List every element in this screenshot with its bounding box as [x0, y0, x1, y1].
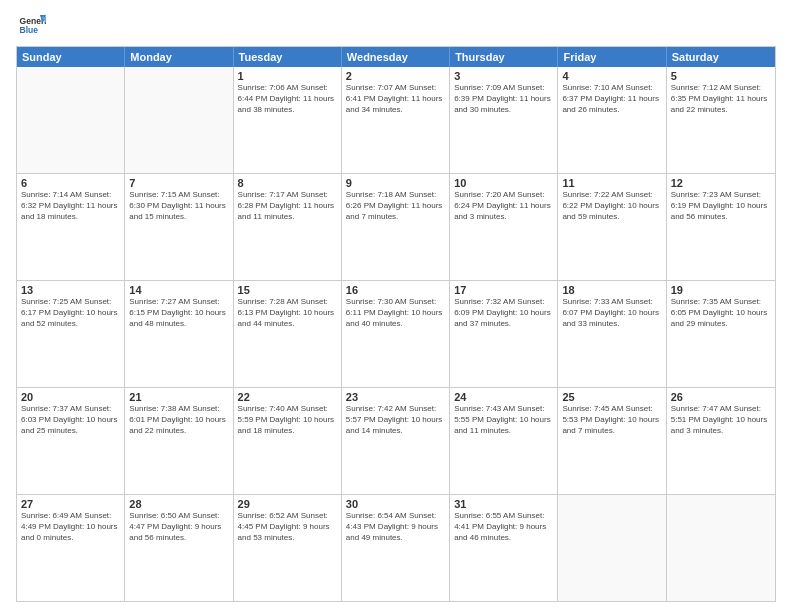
day-info: Sunrise: 7:35 AM Sunset: 6:05 PM Dayligh… [671, 297, 771, 329]
calendar-cell: 17Sunrise: 7:32 AM Sunset: 6:09 PM Dayli… [450, 281, 558, 387]
weekday-header-thursday: Thursday [450, 47, 558, 67]
day-number: 20 [21, 391, 120, 403]
day-number: 19 [671, 284, 771, 296]
page: General Blue SundayMondayTuesdayWednesda… [0, 0, 792, 612]
day-number: 9 [346, 177, 445, 189]
day-number: 29 [238, 498, 337, 510]
calendar-cell: 14Sunrise: 7:27 AM Sunset: 6:15 PM Dayli… [125, 281, 233, 387]
day-number: 3 [454, 70, 553, 82]
day-number: 26 [671, 391, 771, 403]
day-info: Sunrise: 7:15 AM Sunset: 6:30 PM Dayligh… [129, 190, 228, 222]
calendar-cell: 25Sunrise: 7:45 AM Sunset: 5:53 PM Dayli… [558, 388, 666, 494]
logo: General Blue [16, 12, 46, 40]
day-info: Sunrise: 6:52 AM Sunset: 4:45 PM Dayligh… [238, 511, 337, 543]
day-number: 5 [671, 70, 771, 82]
day-info: Sunrise: 7:37 AM Sunset: 6:03 PM Dayligh… [21, 404, 120, 436]
day-info: Sunrise: 7:18 AM Sunset: 6:26 PM Dayligh… [346, 190, 445, 222]
day-info: Sunrise: 7:09 AM Sunset: 6:39 PM Dayligh… [454, 83, 553, 115]
calendar-cell: 30Sunrise: 6:54 AM Sunset: 4:43 PM Dayli… [342, 495, 450, 601]
calendar-cell: 19Sunrise: 7:35 AM Sunset: 6:05 PM Dayli… [667, 281, 775, 387]
calendar-cell: 8Sunrise: 7:17 AM Sunset: 6:28 PM Daylig… [234, 174, 342, 280]
calendar-cell: 13Sunrise: 7:25 AM Sunset: 6:17 PM Dayli… [17, 281, 125, 387]
day-number: 12 [671, 177, 771, 189]
day-number: 21 [129, 391, 228, 403]
day-info: Sunrise: 7:33 AM Sunset: 6:07 PM Dayligh… [562, 297, 661, 329]
day-info: Sunrise: 7:47 AM Sunset: 5:51 PM Dayligh… [671, 404, 771, 436]
day-info: Sunrise: 7:43 AM Sunset: 5:55 PM Dayligh… [454, 404, 553, 436]
day-number: 25 [562, 391, 661, 403]
day-number: 15 [238, 284, 337, 296]
calendar-cell [667, 495, 775, 601]
day-number: 11 [562, 177, 661, 189]
calendar-cell: 6Sunrise: 7:14 AM Sunset: 6:32 PM Daylig… [17, 174, 125, 280]
day-info: Sunrise: 7:32 AM Sunset: 6:09 PM Dayligh… [454, 297, 553, 329]
calendar-cell: 23Sunrise: 7:42 AM Sunset: 5:57 PM Dayli… [342, 388, 450, 494]
weekday-header-monday: Monday [125, 47, 233, 67]
calendar-cell: 7Sunrise: 7:15 AM Sunset: 6:30 PM Daylig… [125, 174, 233, 280]
calendar-cell: 2Sunrise: 7:07 AM Sunset: 6:41 PM Daylig… [342, 67, 450, 173]
calendar-cell: 26Sunrise: 7:47 AM Sunset: 5:51 PM Dayli… [667, 388, 775, 494]
day-info: Sunrise: 7:38 AM Sunset: 6:01 PM Dayligh… [129, 404, 228, 436]
calendar-cell: 18Sunrise: 7:33 AM Sunset: 6:07 PM Dayli… [558, 281, 666, 387]
day-number: 31 [454, 498, 553, 510]
calendar-cell: 31Sunrise: 6:55 AM Sunset: 4:41 PM Dayli… [450, 495, 558, 601]
day-info: Sunrise: 7:28 AM Sunset: 6:13 PM Dayligh… [238, 297, 337, 329]
calendar-body: 1Sunrise: 7:06 AM Sunset: 6:44 PM Daylig… [17, 67, 775, 601]
calendar-cell: 27Sunrise: 6:49 AM Sunset: 4:49 PM Dayli… [17, 495, 125, 601]
day-number: 27 [21, 498, 120, 510]
day-number: 2 [346, 70, 445, 82]
day-info: Sunrise: 7:27 AM Sunset: 6:15 PM Dayligh… [129, 297, 228, 329]
day-number: 28 [129, 498, 228, 510]
calendar-cell: 21Sunrise: 7:38 AM Sunset: 6:01 PM Dayli… [125, 388, 233, 494]
calendar-cell: 28Sunrise: 6:50 AM Sunset: 4:47 PM Dayli… [125, 495, 233, 601]
svg-text:Blue: Blue [20, 25, 39, 35]
header: General Blue [16, 12, 776, 40]
calendar-cell: 11Sunrise: 7:22 AM Sunset: 6:22 PM Dayli… [558, 174, 666, 280]
day-number: 16 [346, 284, 445, 296]
weekday-header-tuesday: Tuesday [234, 47, 342, 67]
calendar-cell [125, 67, 233, 173]
weekday-header-saturday: Saturday [667, 47, 775, 67]
calendar-cell [17, 67, 125, 173]
calendar-cell: 3Sunrise: 7:09 AM Sunset: 6:39 PM Daylig… [450, 67, 558, 173]
day-info: Sunrise: 7:07 AM Sunset: 6:41 PM Dayligh… [346, 83, 445, 115]
calendar-cell: 12Sunrise: 7:23 AM Sunset: 6:19 PM Dayli… [667, 174, 775, 280]
calendar-cell: 10Sunrise: 7:20 AM Sunset: 6:24 PM Dayli… [450, 174, 558, 280]
day-info: Sunrise: 6:55 AM Sunset: 4:41 PM Dayligh… [454, 511, 553, 543]
day-info: Sunrise: 7:42 AM Sunset: 5:57 PM Dayligh… [346, 404, 445, 436]
day-info: Sunrise: 7:10 AM Sunset: 6:37 PM Dayligh… [562, 83, 661, 115]
day-number: 14 [129, 284, 228, 296]
day-info: Sunrise: 7:23 AM Sunset: 6:19 PM Dayligh… [671, 190, 771, 222]
calendar-cell: 15Sunrise: 7:28 AM Sunset: 6:13 PM Dayli… [234, 281, 342, 387]
day-info: Sunrise: 6:49 AM Sunset: 4:49 PM Dayligh… [21, 511, 120, 543]
weekday-header-sunday: Sunday [17, 47, 125, 67]
calendar-row-1: 1Sunrise: 7:06 AM Sunset: 6:44 PM Daylig… [17, 67, 775, 173]
day-number: 6 [21, 177, 120, 189]
calendar-header: SundayMondayTuesdayWednesdayThursdayFrid… [17, 47, 775, 67]
weekday-header-friday: Friday [558, 47, 666, 67]
day-number: 8 [238, 177, 337, 189]
calendar-cell: 24Sunrise: 7:43 AM Sunset: 5:55 PM Dayli… [450, 388, 558, 494]
day-number: 30 [346, 498, 445, 510]
calendar-cell: 20Sunrise: 7:37 AM Sunset: 6:03 PM Dayli… [17, 388, 125, 494]
day-number: 4 [562, 70, 661, 82]
calendar-row-3: 13Sunrise: 7:25 AM Sunset: 6:17 PM Dayli… [17, 280, 775, 387]
logo-icon: General Blue [18, 12, 46, 40]
day-info: Sunrise: 6:50 AM Sunset: 4:47 PM Dayligh… [129, 511, 228, 543]
day-info: Sunrise: 7:12 AM Sunset: 6:35 PM Dayligh… [671, 83, 771, 115]
day-info: Sunrise: 7:25 AM Sunset: 6:17 PM Dayligh… [21, 297, 120, 329]
calendar-cell: 16Sunrise: 7:30 AM Sunset: 6:11 PM Dayli… [342, 281, 450, 387]
calendar-cell: 5Sunrise: 7:12 AM Sunset: 6:35 PM Daylig… [667, 67, 775, 173]
day-number: 22 [238, 391, 337, 403]
day-info: Sunrise: 7:30 AM Sunset: 6:11 PM Dayligh… [346, 297, 445, 329]
day-number: 17 [454, 284, 553, 296]
calendar-cell [558, 495, 666, 601]
calendar-cell: 22Sunrise: 7:40 AM Sunset: 5:59 PM Dayli… [234, 388, 342, 494]
calendar-cell: 9Sunrise: 7:18 AM Sunset: 6:26 PM Daylig… [342, 174, 450, 280]
calendar-cell: 4Sunrise: 7:10 AM Sunset: 6:37 PM Daylig… [558, 67, 666, 173]
day-number: 23 [346, 391, 445, 403]
day-number: 7 [129, 177, 228, 189]
day-number: 24 [454, 391, 553, 403]
day-info: Sunrise: 7:20 AM Sunset: 6:24 PM Dayligh… [454, 190, 553, 222]
weekday-header-wednesday: Wednesday [342, 47, 450, 67]
